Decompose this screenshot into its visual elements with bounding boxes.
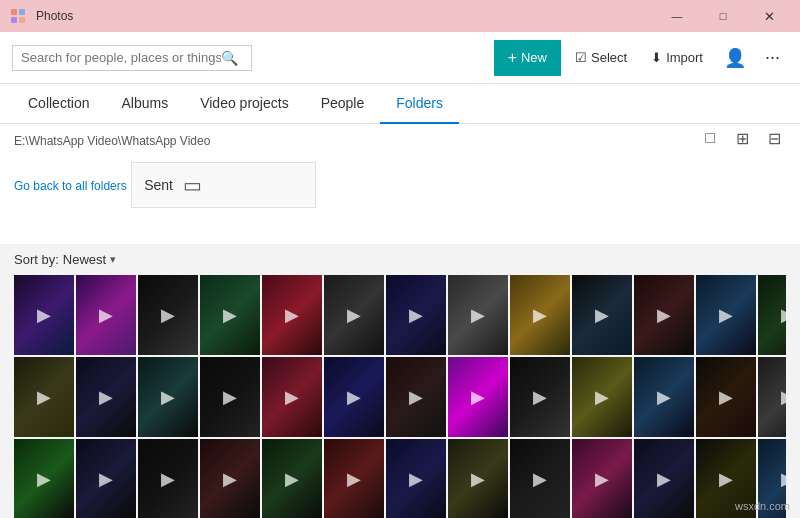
thumbnail[interactable]: ▶ — [634, 439, 694, 518]
tab-video-projects[interactable]: Video projects — [184, 84, 304, 124]
play-icon: ▶ — [448, 439, 508, 518]
grid2-view-button[interactable]: ⊞ — [728, 124, 756, 152]
svg-rect-2 — [11, 17, 17, 23]
gallery-row-1: ▶ ▶ ▶ ▶ ▶ ▶ ▶ ▶ ▶ ▶ ▶ ▶ ▶ ▶ — [14, 275, 786, 355]
tab-people[interactable]: People — [305, 84, 381, 124]
user-avatar-button[interactable]: 👤 — [717, 40, 753, 76]
svg-rect-3 — [19, 17, 25, 23]
thumbnail[interactable]: ▶ — [200, 439, 260, 518]
play-icon: ▶ — [572, 275, 632, 355]
thumbnail[interactable]: ▶ — [448, 275, 508, 355]
content-area: E:\WhatsApp Video\WhatsApp Video Go back… — [0, 124, 800, 244]
app-icon — [8, 6, 28, 26]
thumbnail[interactable]: ▶ — [76, 357, 136, 437]
play-icon: ▶ — [200, 275, 260, 355]
close-button[interactable]: ✕ — [746, 0, 792, 32]
select-icon: ☑ — [575, 50, 587, 65]
minimize-button[interactable]: — — [654, 0, 700, 32]
play-icon: ▶ — [324, 439, 384, 518]
thumbnail[interactable]: ▶ — [324, 439, 384, 518]
thumbnail[interactable]: ▶ — [510, 439, 570, 518]
toolbar-actions: + New ☑ Select ⬇ Import 👤 ··· — [494, 40, 788, 76]
maximize-button[interactable]: □ — [700, 0, 746, 32]
search-box[interactable]: 🔍 — [12, 45, 252, 71]
thumbnail[interactable]: ▶ — [758, 357, 786, 437]
play-icon: ▶ — [262, 275, 322, 355]
thumbnail[interactable]: ▶ — [510, 357, 570, 437]
import-label: Import — [666, 50, 703, 65]
back-to-folders-link[interactable]: Go back to all folders — [14, 179, 127, 193]
play-icon: ▶ — [572, 439, 632, 518]
play-icon: ▶ — [386, 439, 446, 518]
play-icon: ▶ — [200, 439, 260, 518]
thumbnail[interactable]: ▶ — [758, 275, 786, 355]
thumbnail[interactable]: ▶ — [386, 275, 446, 355]
thumbnail[interactable]: ▶ — [386, 439, 446, 518]
more-options-button[interactable]: ··· — [757, 43, 788, 72]
thumbnail[interactable]: ▶ — [200, 357, 260, 437]
play-icon: ▶ — [14, 439, 74, 518]
tab-albums[interactable]: Albums — [105, 84, 184, 124]
svg-rect-1 — [19, 9, 25, 15]
thumbnail[interactable]: ▶ — [14, 275, 74, 355]
thumbnail[interactable]: ▶ — [572, 439, 632, 518]
sort-arrow-icon[interactable]: ▾ — [110, 253, 116, 266]
thumbnail[interactable]: ▶ — [634, 357, 694, 437]
thumbnail[interactable]: ▶ — [262, 357, 322, 437]
play-icon: ▶ — [696, 275, 756, 355]
new-button[interactable]: + New — [494, 40, 561, 76]
thumbnail[interactable]: ▶ — [634, 275, 694, 355]
thumbnail[interactable]: ▶ — [386, 357, 446, 437]
thumbnail[interactable]: ▶ — [262, 439, 322, 518]
gallery: ▶ ▶ ▶ ▶ ▶ ▶ ▶ ▶ ▶ ▶ ▶ ▶ ▶ ▶ ▶ ▶ ▶ ▶ ▶ ▶ … — [0, 275, 800, 518]
thumbnail[interactable]: ▶ — [138, 357, 198, 437]
play-icon: ▶ — [76, 275, 136, 355]
thumbnail[interactable]: ▶ — [14, 357, 74, 437]
sort-bar: Sort by: Newest ▾ — [0, 244, 800, 275]
search-icon[interactable]: 🔍 — [221, 50, 238, 66]
play-icon: ▶ — [572, 357, 632, 437]
thumbnail[interactable]: ▶ — [138, 275, 198, 355]
import-button[interactable]: ⬇ Import — [641, 40, 713, 76]
thumbnail[interactable]: ▶ — [572, 357, 632, 437]
play-icon: ▶ — [76, 357, 136, 437]
play-icon: ▶ — [448, 357, 508, 437]
view-toggles: □ ⊞ ⊟ — [696, 124, 788, 152]
thumbnail[interactable]: ▶ — [696, 357, 756, 437]
folder-card[interactable]: Sent ▭ — [131, 162, 316, 208]
thumbnail[interactable]: ▶ — [510, 275, 570, 355]
thumbnail[interactable]: ▶ — [262, 275, 322, 355]
watermark: wsxdn.com — [735, 500, 790, 512]
thumbnail[interactable]: ▶ — [200, 275, 260, 355]
app-title: Photos — [36, 9, 654, 23]
play-icon: ▶ — [696, 357, 756, 437]
play-icon: ▶ — [448, 275, 508, 355]
single-view-button[interactable]: □ — [696, 124, 724, 152]
tab-collection[interactable]: Collection — [12, 84, 105, 124]
grid3-view-button[interactable]: ⊟ — [760, 124, 788, 152]
play-icon: ▶ — [138, 439, 198, 518]
search-input[interactable] — [21, 50, 221, 65]
thumbnail[interactable]: ▶ — [76, 439, 136, 518]
thumbnail[interactable]: ▶ — [138, 439, 198, 518]
play-icon: ▶ — [262, 357, 322, 437]
sort-label: Sort by: — [14, 252, 59, 267]
thumbnail[interactable]: ▶ — [76, 275, 136, 355]
play-icon: ▶ — [324, 275, 384, 355]
thumbnail[interactable]: ▶ — [324, 357, 384, 437]
thumbnail[interactable]: ▶ — [448, 357, 508, 437]
play-icon: ▶ — [510, 275, 570, 355]
play-icon: ▶ — [386, 357, 446, 437]
tab-folders[interactable]: Folders — [380, 84, 459, 124]
thumbnail[interactable]: ▶ — [324, 275, 384, 355]
nav-tabs: Collection Albums Video projects People … — [0, 84, 800, 124]
play-icon: ▶ — [138, 275, 198, 355]
thumbnail[interactable]: ▶ — [14, 439, 74, 518]
select-button[interactable]: ☑ Select — [565, 40, 637, 76]
thumbnail[interactable]: ▶ — [448, 439, 508, 518]
thumbnail[interactable]: ▶ — [572, 275, 632, 355]
thumbnail[interactable]: ▶ — [696, 275, 756, 355]
sort-value[interactable]: Newest — [63, 252, 106, 267]
breadcrumb: E:\WhatsApp Video\WhatsApp Video — [14, 134, 786, 148]
plus-icon: + — [508, 49, 517, 67]
